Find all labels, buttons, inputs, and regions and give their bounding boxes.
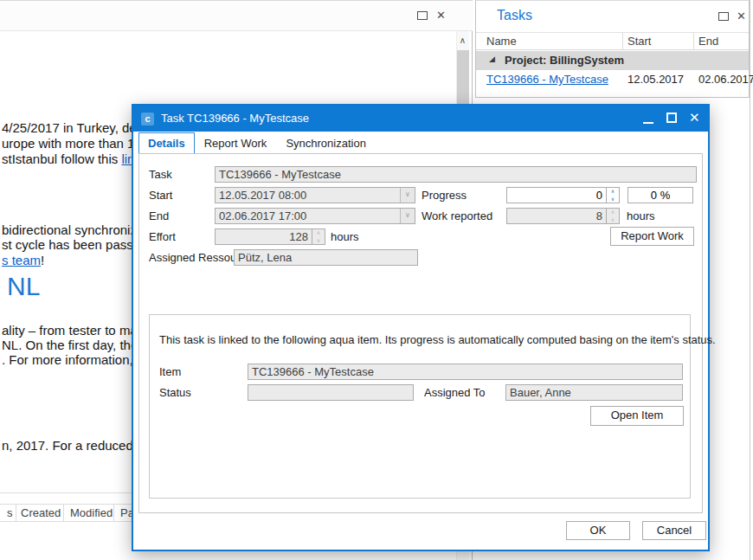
background-window-titlebar — [0, 1, 473, 31]
chevron-down-icon: ∨ — [400, 209, 415, 223]
app-icon-letter: c — [145, 113, 150, 124]
tasks-column-end[interactable]: End — [698, 35, 718, 48]
doc-text-line: n, 2017. For a reduced er — [2, 438, 148, 453]
doc-text-line: stIstanbul follow this link. — [2, 151, 145, 166]
work-reported-stepper: 8 ∧∨ — [506, 208, 620, 224]
tab-report-work[interactable]: Report Work — [195, 132, 277, 153]
linked-item-groupbox: This task is linked to the following aqu… — [149, 314, 691, 499]
doc-heading: NL — [7, 272, 40, 301]
report-work-button[interactable]: Report Work — [610, 227, 694, 246]
spin-down-icon: ∨ — [312, 237, 325, 245]
end-date-value: 02.06.2017 17:00 — [216, 209, 400, 223]
tab-details[interactable]: Details — [138, 132, 195, 153]
task-row-end: 02.06.2017 — [698, 73, 753, 86]
close-icon[interactable]: ✕ — [689, 110, 700, 126]
doc-text-line: ality – from tester to mar — [2, 323, 142, 338]
chevron-down-icon: ∨ — [400, 188, 415, 203]
start-date-value: 12.05.2017 08:00 — [216, 188, 400, 203]
work-reported-value: 8 — [507, 209, 606, 223]
spin-up-icon: ∧ — [312, 229, 325, 237]
assigned-to-label: Assigned To — [424, 386, 486, 399]
doc-hyperlink[interactable]: s team — [2, 253, 41, 267]
column-separator — [693, 33, 694, 49]
spin-down-icon[interactable]: ∨ — [607, 196, 619, 203]
progress-value: 0 — [507, 188, 606, 203]
close-icon[interactable]: ✕ — [737, 10, 746, 22]
spinner-buttons[interactable]: ∧∨ — [606, 188, 619, 203]
close-icon[interactable]: ✕ — [436, 10, 446, 21]
spinner-buttons: ∧∨ — [312, 229, 325, 244]
progress-label: Progress — [422, 189, 467, 202]
work-reported-label: Work reported — [422, 209, 492, 222]
dialog-tabs: Details Report Work Synchronization — [138, 132, 376, 153]
app-icon: c — [141, 113, 154, 126]
doc-text: stIstanbul follow this — [2, 151, 121, 166]
progress-stepper[interactable]: 0 ∧∨ — [506, 187, 620, 203]
tasks-column-start[interactable]: Start — [628, 35, 651, 48]
tasks-group-label: Project: BillingSystem — [505, 54, 624, 67]
scroll-up-icon[interactable]: ∧ — [456, 33, 469, 49]
cancel-button[interactable]: Cancel — [642, 521, 706, 540]
effort-stepper: 128 ∧∨ — [215, 229, 325, 245]
effort-label: Effort — [149, 230, 176, 243]
maximize-icon[interactable] — [417, 11, 428, 20]
linked-item-info-text: This task is linked to the following aqu… — [159, 333, 716, 346]
status-label: Status — [159, 386, 191, 399]
doc-text-line: NL. On the first day, ther — [2, 338, 142, 352]
doc-text-line: st cycle has been passed — [2, 237, 147, 252]
maximize-icon[interactable] — [718, 12, 729, 21]
effort-hours-unit: hours — [331, 230, 359, 243]
start-date-picker: 12.05.2017 08:00 ∨ — [215, 187, 415, 203]
task-row-start: 12.05.2017 — [628, 73, 684, 86]
progress-percent-display: 0 % — [628, 187, 693, 203]
assigned-ressource-field: Pütz, Lena — [234, 249, 418, 266]
column-separator — [16, 504, 16, 522]
tasks-column-name[interactable]: Name — [486, 35, 517, 48]
task-label: Task — [149, 168, 172, 181]
doc-text-line: . For more information, pl — [2, 352, 147, 367]
grid-column-header-created[interactable]: Created — [21, 506, 61, 519]
assigned-to-field: Bauer, Anne — [505, 384, 683, 401]
item-field: TC139666 - MyTestcase — [248, 364, 683, 380]
column-separator — [622, 33, 623, 49]
dialog-title: Task TC139666 - MyTestcase — [161, 112, 309, 125]
screen: ✕ 4/25/2017 in Turkey, deal urope with m… — [0, 0, 753, 560]
doc-text-line: 4/25/2017 in Turkey, deal — [2, 120, 146, 135]
spin-down-icon: ∨ — [607, 216, 619, 224]
spinner-buttons: ∧∨ — [606, 209, 619, 223]
minimize-icon[interactable] — [643, 122, 653, 124]
work-hours-unit: hours — [627, 209, 655, 222]
spin-up-icon[interactable]: ∧ — [607, 188, 619, 196]
doc-text-line: s team! — [2, 253, 44, 267]
doc-text-line: urope with more than 10 — [2, 136, 142, 151]
status-field — [248, 384, 414, 401]
grid-column-header-modified[interactable]: Modified — [70, 506, 113, 519]
task-field: TC139666 - MyTestcase — [215, 166, 697, 183]
spin-up-icon: ∧ — [607, 209, 619, 216]
tasks-panel-title: Tasks — [497, 8, 532, 23]
column-separator — [63, 504, 64, 522]
tab-synchronization[interactable]: Synchronization — [276, 132, 376, 153]
effort-value: 128 — [216, 229, 312, 244]
grid-column-header[interactable]: s — [7, 506, 13, 519]
end-date-picker: 02.06.2017 17:00 ∨ — [215, 208, 415, 224]
open-item-button[interactable]: Open Item — [590, 406, 684, 426]
task-row-link[interactable]: TC139666 - MyTestcase — [486, 73, 608, 86]
column-separator — [113, 504, 114, 522]
start-label: Start — [149, 189, 172, 202]
item-label: Item — [159, 365, 181, 378]
ok-button[interactable]: OK — [566, 521, 630, 540]
group-expanded-icon[interactable]: ◢ — [489, 55, 495, 63]
doc-text-line: bidirectional synchronizat — [2, 222, 147, 237]
maximize-icon[interactable] — [666, 113, 677, 123]
end-label: End — [149, 209, 169, 222]
doc-text: ! — [41, 253, 44, 267]
task-dialog: c Task TC139666 - MyTestcase ✕ Details R… — [132, 104, 710, 551]
